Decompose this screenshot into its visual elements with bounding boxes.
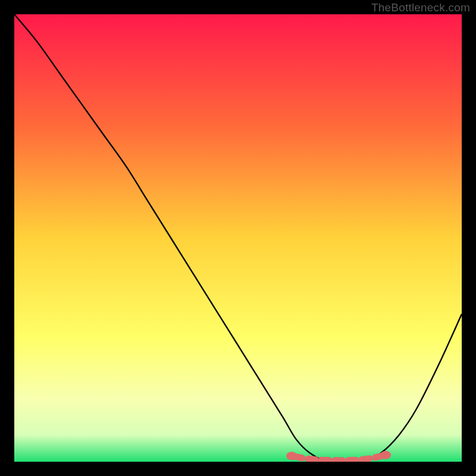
gradient-background [14,14,462,462]
optimal-marker-end [286,452,297,460]
attribution-label: TheBottleneck.com [371,1,470,14]
plot-area [14,14,462,462]
optimal-marker-end [380,451,391,459]
bottleneck-chart [14,14,462,462]
optimal-marker [362,459,369,460]
chart-frame: TheBottleneck.com [0,0,476,476]
optimal-marker [308,459,316,459]
